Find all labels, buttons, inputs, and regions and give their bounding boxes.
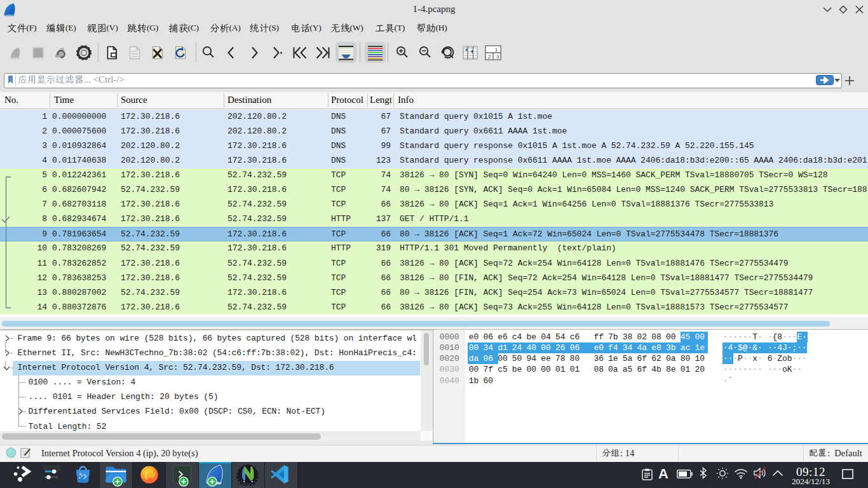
svg-text:1: 1 bbox=[495, 47, 498, 53]
svg-text:2: 2 bbox=[488, 54, 491, 60]
svg-text:3: 3 bbox=[496, 54, 499, 60]
